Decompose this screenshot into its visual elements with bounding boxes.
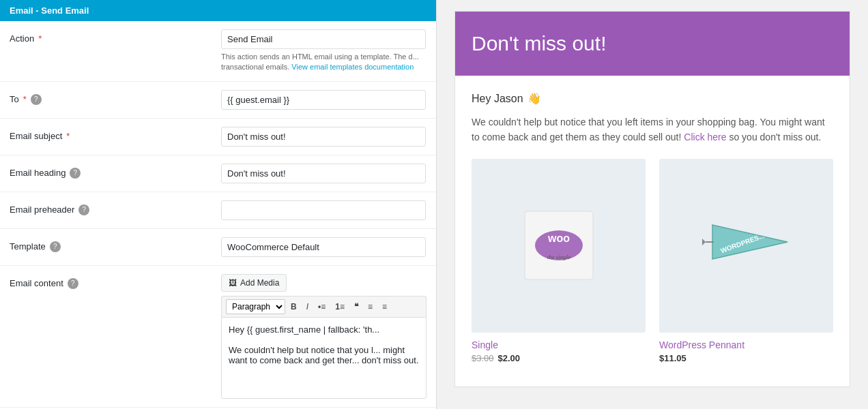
action-label: Action	[10, 33, 34, 44]
svg-text:woo: woo	[547, 232, 570, 244]
to-required: *	[23, 94, 27, 104]
quote-button[interactable]: ❝	[350, 300, 362, 314]
align-right-button[interactable]: ≡	[378, 300, 391, 314]
product-original-price-single: $3.00	[472, 353, 494, 363]
action-input-col: This action sends an HTML email using a …	[221, 29, 426, 73]
subject-label-col: Email subject *	[10, 127, 221, 141]
heading-row: Email heading ?	[0, 155, 436, 192]
right-panel: Don't miss out! Hey Jason 👋 We couldn't …	[437, 0, 868, 409]
content-label-col: Email content ?	[10, 274, 221, 289]
add-media-button[interactable]: 🖼 Add Media	[221, 274, 287, 292]
heading-input[interactable]	[221, 164, 426, 183]
editor-content[interactable]: Hey {{ guest.first_name | fallback: 'th.…	[221, 317, 426, 399]
preheader-label: Email preheader	[10, 204, 74, 215]
to-input[interactable]	[221, 90, 426, 110]
preheader-label-col: Email preheader ?	[10, 200, 221, 215]
panel-title: Email - Send Email	[10, 5, 89, 16]
action-row: Action * This action sends an HTML email…	[0, 21, 436, 82]
click-here-link[interactable]: Click here	[684, 132, 726, 142]
add-media-label: Add Media	[240, 278, 279, 288]
preheader-row: Email preheader ?	[0, 192, 436, 229]
align-center-button[interactable]: ≡	[364, 300, 377, 314]
product-price-wp-pennant: $11.05	[659, 353, 833, 363]
subject-input[interactable]	[221, 127, 426, 147]
to-row: To * ?	[0, 82, 436, 119]
product-image-single: woo the single	[472, 159, 646, 333]
product-price-single: $3.00 $2.00	[472, 353, 646, 363]
add-media-icon: 🖼	[229, 278, 237, 288]
heading-input-col	[221, 164, 426, 183]
product-price-wp-pennant-value: $11.05	[659, 353, 686, 363]
email-body-text: We couldn't help but notice that you lef…	[472, 115, 833, 145]
action-required: *	[38, 33, 42, 44]
italic-button[interactable]: I	[302, 300, 313, 314]
body-text-after-link: so you don't miss out.	[729, 132, 821, 142]
content-help-icon[interactable]: ?	[68, 278, 78, 289]
product-image-wp-pennant: WORDPRES...	[659, 159, 833, 333]
action-description: This action sends an HTML email using a …	[221, 52, 426, 73]
email-body: Hey Jason 👋 We couldn't help but notice …	[455, 76, 850, 387]
to-label-col: To * ?	[10, 90, 221, 105]
product-sale-price-single: $2.00	[498, 353, 521, 363]
email-banner: Don't miss out!	[455, 12, 850, 76]
svg-text:the single: the single	[547, 254, 570, 260]
bold-button[interactable]: B	[287, 300, 301, 314]
subject-required: *	[66, 131, 70, 141]
product-name-wp-pennant[interactable]: WordPress Pennant	[659, 339, 833, 350]
email-greeting: Hey Jason 👋	[472, 92, 833, 105]
preheader-input[interactable]	[221, 200, 426, 220]
action-input[interactable]	[221, 29, 426, 49]
left-panel: Email - Send Email Action * This action …	[0, 0, 437, 409]
ul-button[interactable]: •≡	[314, 300, 330, 314]
editor-toolbar: Paragraph B I •≡ 1≡ ❝ ≡ ≡	[221, 296, 426, 317]
to-input-col	[221, 90, 426, 110]
product-name-single[interactable]: Single	[472, 339, 646, 350]
template-input[interactable]	[221, 237, 426, 257]
editor-line-2: We couldn't help but notice that you l..…	[229, 345, 419, 365]
product-card-wp-pennant: WORDPRES... WordPress Pennant $11.05	[659, 159, 833, 363]
email-preview: Don't miss out! Hey Jason 👋 We couldn't …	[454, 11, 850, 387]
to-label: To	[10, 94, 19, 104]
preheader-input-col	[221, 200, 426, 220]
product-card-single: woo the single Single $3.00 $2.00	[472, 159, 646, 363]
subject-label: Email subject	[10, 131, 62, 141]
template-input-col	[221, 237, 426, 257]
to-help-icon[interactable]: ?	[31, 94, 42, 105]
ol-button[interactable]: 1≡	[331, 300, 349, 314]
action-label-col: Action *	[10, 29, 221, 44]
greeting-text: Hey Jason	[472, 93, 523, 105]
products-grid: woo the single Single $3.00 $2.00	[472, 159, 833, 363]
template-row: Template ?	[0, 229, 436, 266]
subject-row: Email subject *	[0, 119, 436, 155]
template-help-icon[interactable]: ?	[50, 241, 61, 252]
greeting-emoji: 👋	[527, 92, 541, 105]
subject-input-col	[221, 127, 426, 147]
content-input-col: 🖼 Add Media Paragraph B I •≡ 1≡ ❝ ≡ ≡ H	[221, 274, 426, 399]
form-body: Action * This action sends an HTML email…	[0, 21, 436, 408]
template-label: Template	[10, 241, 46, 252]
heading-label: Email heading	[10, 168, 66, 178]
content-label: Email content	[10, 278, 63, 288]
paragraph-select[interactable]: Paragraph	[226, 299, 285, 314]
preheader-help-icon[interactable]: ?	[78, 204, 89, 215]
content-row: Email content ? 🖼 Add Media Paragraph B …	[0, 266, 436, 408]
template-label-col: Template ?	[10, 237, 221, 252]
panel-header: Email - Send Email	[0, 0, 436, 21]
heading-label-col: Email heading ?	[10, 164, 221, 179]
email-banner-heading: Don't miss out!	[472, 32, 833, 55]
heading-help-icon[interactable]: ?	[70, 168, 81, 179]
editor-line-1: Hey {{ guest.first_name | fallback: 'th.…	[229, 324, 419, 335]
action-doc-link[interactable]: View email templates documentation	[291, 63, 414, 71]
